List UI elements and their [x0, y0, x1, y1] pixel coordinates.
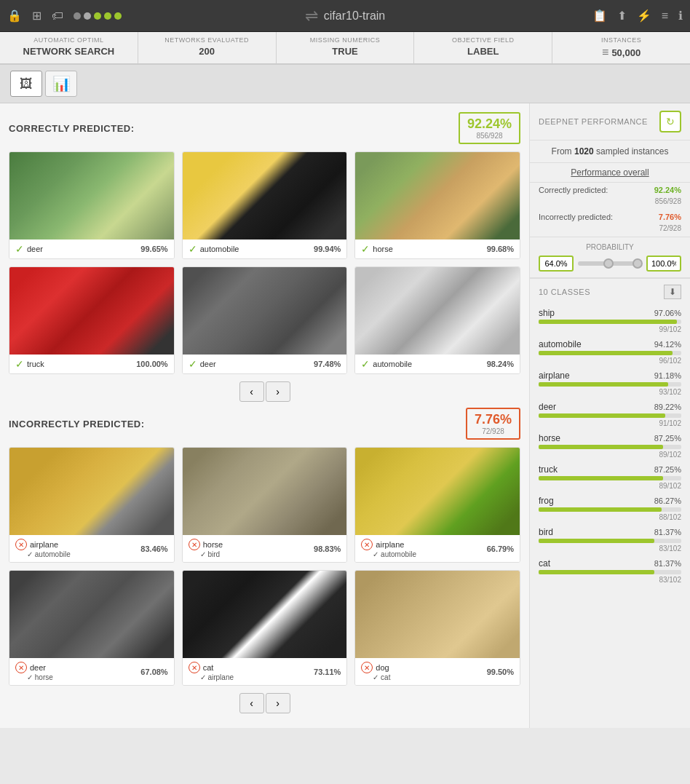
- incorrectly-image-card[interactable]: ✕ deer ✓ horse 67.08%: [9, 570, 175, 686]
- x-icon: ✕: [189, 539, 200, 550]
- image-pct: 73.11%: [314, 668, 341, 676]
- class-row[interactable]: cat 81.37% 83/102: [530, 555, 690, 587]
- class-row[interactable]: frog 86.27% 88/102: [530, 493, 690, 524]
- image-pct: 98.83%: [314, 545, 341, 553]
- image-label-text: deer: [27, 245, 43, 253]
- metric-missing-value: TRUE: [282, 46, 408, 57]
- chart-icon: 📊: [52, 75, 71, 92]
- probability-slider-track[interactable]: [578, 261, 642, 266]
- class-name: cat: [539, 558, 550, 569]
- class-row[interactable]: airplane 91.18% 93/102: [530, 368, 690, 399]
- label-left: ✓ deer: [189, 358, 216, 370]
- image-view-button[interactable]: 🖼: [10, 71, 42, 97]
- info-icon[interactable]: ℹ: [678, 9, 683, 23]
- probability-max-input[interactable]: [646, 256, 681, 272]
- top-bar: 🔒 ⊞ 🏷 ⇌ cifar10-train 📋 ⬆ ⚡ ≡ ℹ: [0, 0, 690, 32]
- class-name: ship: [539, 308, 555, 318]
- clipboard-icon[interactable]: 📋: [592, 9, 607, 23]
- class-row[interactable]: truck 87.25% 89/102: [530, 462, 690, 493]
- metric-networks: NETWORKS EVALUATED 200: [138, 32, 277, 63]
- incorrectly-image-card[interactable]: ✕ cat ✓ airplane 73.11%: [182, 570, 348, 686]
- network-icon[interactable]: ⊞: [32, 9, 41, 23]
- image-pct: 100.00%: [136, 360, 167, 368]
- image-label: ✓ deer 99.65%: [9, 239, 174, 258]
- label-left: ✓ truck: [15, 358, 44, 370]
- incorrectly-pct-value: 7.76%: [475, 412, 512, 427]
- image-label-text: airplane: [376, 540, 404, 549]
- class-count: 99/102: [539, 325, 681, 333]
- code-icon[interactable]: ≡: [662, 9, 668, 23]
- correctly-predicted-title: CORRECTLY PREDICTED:: [9, 123, 135, 134]
- correctly-image-card[interactable]: ✓ horse 99.68%: [354, 151, 520, 259]
- class-row[interactable]: ship 97.06% 99/102: [530, 305, 690, 336]
- incorrectly-image-card[interactable]: ✕ airplane ✓ automobile 83.46%: [9, 447, 175, 563]
- correctly-image-card[interactable]: ✓ deer 97.48%: [182, 266, 348, 374]
- incorrectly-predicted-header: INCORRECTLY PREDICTED: 7.76% 72/928: [9, 408, 520, 440]
- deepnet-title: DEEPNET PERFORMANCE: [539, 117, 648, 126]
- class-row-header: airplane 91.18%: [539, 371, 681, 381]
- image-pct: 99.50%: [487, 668, 514, 676]
- image-pct: 83.46%: [140, 545, 167, 553]
- correctly-predicted-grid: ✓ deer 99.65% ✓ automobile 99.94% ✓ hors…: [9, 151, 520, 374]
- download-cloud-icon[interactable]: ⬆: [617, 9, 627, 23]
- class-row[interactable]: horse 87.25% 89/102: [530, 430, 690, 462]
- correctly-image-card[interactable]: ✓ automobile 98.24%: [354, 266, 520, 374]
- incorrectly-next-button[interactable]: ›: [266, 693, 290, 713]
- correctly-image-card[interactable]: ✓ automobile 99.94%: [182, 151, 348, 259]
- class-count: 91/102: [539, 419, 681, 427]
- image-placeholder: [183, 448, 347, 535]
- performance-overall-link[interactable]: Performance overall: [530, 163, 690, 183]
- image-label: ✓ automobile 99.94%: [183, 239, 347, 258]
- probability-section: PROBABILITY: [530, 237, 690, 278]
- classes-title: 10 CLASSES: [539, 288, 590, 296]
- metrics-bar: AUTOMATIC OPTIML NETWORK SEARCH NETWORKS…: [0, 32, 690, 65]
- image-label: ✓ automobile 98.24%: [355, 355, 520, 373]
- image-label: ✕ deer ✓ horse 67.08%: [9, 658, 174, 685]
- top-bar-left-icons: 🔒 ⊞ 🏷: [7, 9, 122, 23]
- class-row[interactable]: bird 81.37% 83/102: [530, 524, 690, 555]
- incorrectly-image-card[interactable]: ✕ airplane ✓ automobile 66.79%: [354, 447, 520, 563]
- image-label: ✓ horse 99.68%: [355, 239, 520, 258]
- class-bar-fill: [539, 445, 663, 449]
- incorrectly-prev-button[interactable]: ‹: [239, 693, 264, 713]
- correctly-prev-button[interactable]: ‹: [239, 381, 264, 402]
- download-classes-button[interactable]: ⬇: [664, 285, 681, 299]
- bolt-icon[interactable]: ⚡: [637, 9, 651, 23]
- image-label-text: truck: [27, 360, 44, 368]
- probability-slider-handle-left[interactable]: [603, 258, 614, 269]
- class-name: horse: [539, 433, 560, 443]
- x-icon: ✕: [361, 662, 373, 673]
- image-placeholder: [9, 152, 174, 239]
- probability-min-input[interactable]: [539, 256, 574, 272]
- badge-icon[interactable]: 🏷: [52, 9, 63, 23]
- label-left: ✕ airplane: [361, 539, 416, 550]
- image-sub-label: ✓ cat: [373, 673, 390, 681]
- class-name: airplane: [539, 371, 570, 381]
- label-left: ✓ automobile: [189, 243, 239, 255]
- image-label: ✕ airplane ✓ automobile 66.79%: [355, 535, 520, 562]
- refresh-button[interactable]: ↻: [659, 111, 681, 132]
- metric-objective-value: LABEL: [420, 46, 546, 57]
- class-count: 89/102: [539, 482, 681, 490]
- chart-view-button[interactable]: 📊: [45, 71, 77, 97]
- class-row-header: deer 89.22%: [539, 402, 681, 412]
- correctly-next-button[interactable]: ›: [266, 381, 290, 402]
- correctly-image-card[interactable]: ✓ deer 99.65%: [9, 151, 175, 259]
- incorrectly-image-card[interactable]: ✕ horse ✓ bird 98.83%: [182, 447, 348, 563]
- image-label-text: airplane: [30, 540, 58, 549]
- image-label: ✕ cat ✓ airplane 73.11%: [183, 658, 347, 685]
- incorrectly-image-card[interactable]: ✕ dog ✓ cat 99.50%: [354, 570, 520, 686]
- class-pct: 94.12%: [654, 340, 681, 349]
- class-bar-fill: [539, 570, 654, 574]
- class-row[interactable]: deer 89.22% 91/102: [530, 399, 690, 430]
- correctly-predicted-row-label: Correctly predicted:: [539, 186, 608, 194]
- class-bar-fill: [539, 351, 673, 355]
- probability-slider-handle-right[interactable]: [632, 258, 643, 269]
- main-content: CORRECTLY PREDICTED: 92.24% 856/928 ✓ de…: [0, 103, 690, 728]
- correctly-image-card[interactable]: ✓ truck 100.00%: [9, 266, 175, 374]
- label-left: ✕ cat: [189, 662, 234, 673]
- class-row[interactable]: automobile 94.12% 96/102: [530, 336, 690, 368]
- incorrectly-predicted-row-pct: 7.76%: [659, 213, 681, 221]
- class-name: frog: [539, 496, 554, 506]
- sampled-instances-text: From 1020 sampled instances: [530, 140, 690, 163]
